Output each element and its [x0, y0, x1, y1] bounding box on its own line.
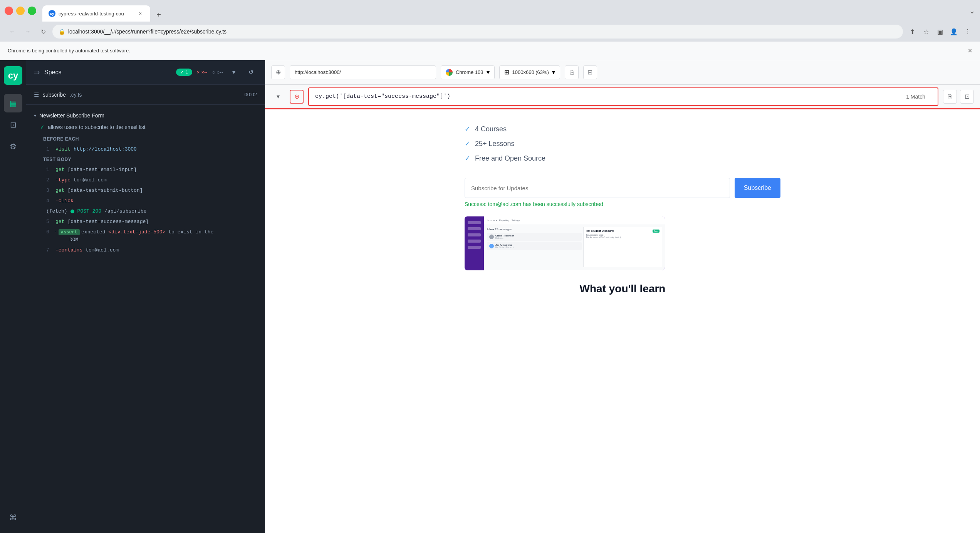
- window-expand-icon[interactable]: ⌄: [969, 6, 975, 15]
- pass-badge: ✓ 1: [176, 69, 192, 76]
- dropdown-button[interactable]: ▾: [228, 66, 240, 79]
- selector-dropdown[interactable]: ▾: [271, 90, 285, 104]
- list-item: ✓ 4 Courses: [465, 122, 780, 136]
- subscribe-email-input[interactable]: [465, 178, 730, 198]
- fetch-row: (fetch) POST 200 /api/subscribe: [26, 206, 265, 216]
- command-row-1[interactable]: 1 get [data-test=email-input]: [26, 164, 265, 175]
- sidebar-item-keyboard[interactable]: ⌘: [4, 508, 22, 527]
- url-bar[interactable]: 🔒 localhost:3000/__/#/specs/runner?file=…: [52, 25, 903, 39]
- minimize-button[interactable]: [16, 7, 25, 15]
- maximize-button[interactable]: [28, 7, 36, 15]
- browser-dropdown-icon: ▾: [487, 69, 490, 76]
- selector-target-button[interactable]: ⊕: [290, 90, 304, 104]
- cypress-logo: cy: [4, 66, 22, 85]
- copy-button[interactable]: ⎘: [565, 65, 579, 79]
- command-row-3[interactable]: 3 get [data-test=submit-button]: [26, 185, 265, 196]
- suite-chevron-icon: ▾: [34, 113, 36, 118]
- suite-title: Newsletter Subscribe Form: [39, 112, 104, 119]
- close-button[interactable]: [5, 7, 13, 15]
- cypress-sidebar: cy ▤ ⊡ ⚙ ⌘: [0, 60, 26, 533]
- test-pass-icon: ✓: [40, 124, 45, 130]
- selector-action-buttons: ⎘ ⊡: [943, 90, 974, 104]
- notification-close-button[interactable]: ×: [968, 46, 972, 55]
- spec-filename: subscribe: [43, 92, 66, 98]
- browser-selector[interactable]: Chrome 103 ▾: [441, 65, 495, 79]
- size-text: 1000x660 (63%): [512, 69, 549, 75]
- feature-list: ✓ 4 Courses ✓ 25+ Lessons ✓ Free and Ope…: [465, 122, 780, 166]
- selector-bar: ▾ ⊕ cy.get('[data-test="success-message"…: [265, 85, 980, 109]
- settings-icon: ⚙: [10, 142, 17, 151]
- success-message: Success: tom@aol.com has been successful…: [465, 201, 780, 207]
- app-screenshot-preview: Inboxes ▾ Reporting Settings Inbox 12 me…: [465, 216, 665, 270]
- extensions-icon[interactable]: ▣: [934, 25, 946, 38]
- suite-title-row[interactable]: ▾ Newsletter Subscribe Form: [26, 109, 265, 122]
- check-icon: ✓: [465, 125, 470, 133]
- app-preview-panel: ⊕ http://localhost:3000/ Chrome 103 ▾ ⊞ …: [265, 60, 980, 533]
- crosshair-button[interactable]: ⊕: [271, 65, 285, 79]
- address-bar: ← → ↻ 🔒 localhost:3000/__/#/specs/runner…: [0, 22, 980, 42]
- command-row-visit[interactable]: 1 visit http://localhost:3000: [26, 144, 265, 154]
- command-row-4[interactable]: 4 -click: [26, 196, 265, 206]
- sidebar-item-runs[interactable]: ⊡: [4, 116, 22, 134]
- forward-button[interactable]: →: [22, 25, 34, 38]
- selector-match-count: 1 Match: [906, 94, 931, 100]
- copy-selector-button[interactable]: ⎘: [943, 90, 957, 104]
- what-learn-title: What you'll learn: [465, 283, 780, 295]
- back-button[interactable]: ←: [6, 25, 18, 38]
- feature-text: 4 Courses: [475, 125, 507, 133]
- tab-title: cypress-realworld-testing-cou: [59, 11, 133, 17]
- file-icon: ☰: [34, 91, 39, 98]
- screenshot-button[interactable]: ⊟: [583, 65, 597, 79]
- sidebar-item-settings[interactable]: ⚙: [4, 137, 22, 156]
- before-each-label: BEFORE EACH: [26, 134, 265, 144]
- list-item: Joe Armstrong Re: Student Discount: [487, 242, 582, 250]
- refresh-button[interactable]: ↺: [245, 66, 257, 79]
- pending-icon: ○: [212, 69, 215, 75]
- command-row-6[interactable]: 6 - assert expected <div.text-jade-500> …: [26, 227, 265, 245]
- reload-button[interactable]: ↻: [37, 25, 49, 38]
- browser-window: cy cypress-realworld-testing-cou × + ⌄ ←…: [0, 0, 980, 533]
- browser-actions: ⬆ ☆ ▣ 👤 ⋮: [906, 25, 974, 38]
- fail-badge: × ×--: [197, 69, 208, 75]
- print-selector-button[interactable]: ⊡: [960, 90, 974, 104]
- spec-extension: .cy.ts: [70, 92, 82, 98]
- command-row-7[interactable]: 7 -contains tom@aol.com: [26, 245, 265, 255]
- selector-text: cy.get('[data-test="success-message"]'): [315, 93, 450, 100]
- command-row-5[interactable]: 5 get [data-test=success-message]: [26, 216, 265, 227]
- bookmark-icon[interactable]: ☆: [920, 25, 932, 38]
- sidebar-bottom: ⌘: [4, 508, 22, 527]
- app-iframe[interactable]: ✓ 4 Courses ✓ 25+ Lessons ✓ Free and Ope…: [265, 109, 980, 533]
- chrome-icon: [446, 69, 453, 76]
- notification-text: Chrome is being controlled by automated …: [8, 48, 130, 54]
- tab-bar: cy cypress-realworld-testing-cou × +: [39, 0, 966, 22]
- tab-favicon: cy: [49, 10, 55, 17]
- assert-badge: assert: [59, 229, 80, 235]
- profile-icon[interactable]: 👤: [948, 25, 960, 38]
- size-selector[interactable]: ⊞ 1000x660 (63%) ▾: [499, 65, 560, 79]
- selector-input-bar[interactable]: cy.get('[data-test="success-message"]') …: [308, 87, 938, 106]
- traffic-lights: [5, 7, 36, 15]
- resize-icon: ⊞: [504, 69, 509, 76]
- app-url-bar[interactable]: http://localhost:3000/: [290, 65, 436, 79]
- menu-icon[interactable]: ⋮: [962, 25, 974, 38]
- test-body: ▾ Newsletter Subscribe Form ✓ allows use…: [26, 105, 265, 533]
- subscribe-button[interactable]: Subscribe: [735, 178, 780, 198]
- fetch-label: (fetch): [46, 208, 67, 214]
- feature-text: 25+ Lessons: [475, 140, 515, 148]
- tab-close-button[interactable]: ×: [136, 10, 144, 17]
- lock-icon: 🔒: [59, 28, 65, 35]
- fetch-status-dot: [70, 210, 74, 213]
- size-dropdown-icon: ▾: [552, 69, 555, 76]
- notification-bar: Chrome is being controlled by automated …: [0, 42, 980, 60]
- main-content: cy ▤ ⊡ ⚙ ⌘ ⇒ Specs ✓: [0, 60, 980, 533]
- command-row-2[interactable]: 2 -type tom@aol.com: [26, 175, 265, 185]
- active-tab[interactable]: cy cypress-realworld-testing-cou ×: [42, 5, 150, 22]
- new-tab-button[interactable]: +: [152, 8, 166, 22]
- panel-title: Specs: [44, 69, 171, 76]
- sidebar-item-specs[interactable]: ▤: [4, 94, 22, 112]
- pending-badge: ○ ○--: [212, 69, 223, 75]
- cypress-test-panel: ⇒ Specs ✓ 1 × ×-- ○ ○-- ▾ ↺ ☰: [26, 60, 265, 533]
- check-icon: ✓: [465, 139, 470, 148]
- share-icon[interactable]: ⬆: [906, 25, 918, 38]
- test-item[interactable]: ✓ allows users to subscribe to the email…: [26, 122, 265, 132]
